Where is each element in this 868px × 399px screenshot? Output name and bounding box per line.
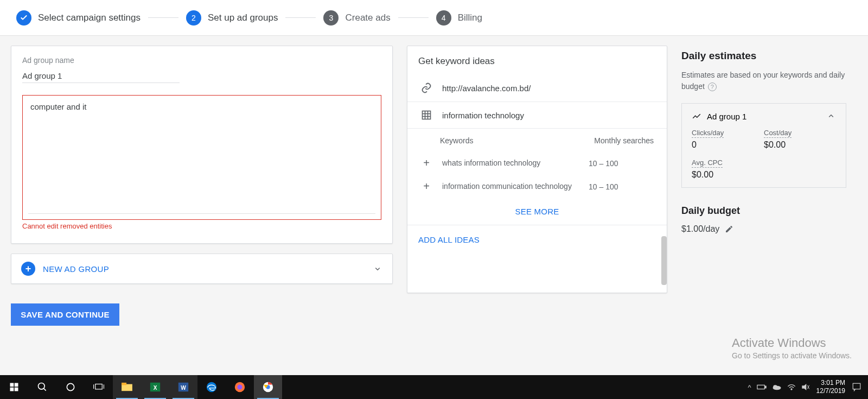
- link-icon: [420, 82, 432, 94]
- add-all-ideas-button[interactable]: ADD ALL IDEAS: [407, 225, 667, 254]
- svg-text:X: X: [154, 385, 157, 391]
- keywords-textarea[interactable]: computer and it: [22, 95, 381, 220]
- svg-point-23: [237, 384, 242, 389]
- system-tray[interactable]: ^: [748, 383, 810, 391]
- keyword-searches: 10 – 100: [589, 182, 654, 191]
- start-button[interactable]: [0, 375, 28, 399]
- step-billing[interactable]: 4 Billing: [436, 10, 482, 26]
- step-setup-ad-groups[interactable]: 2 Set up ad groups: [186, 10, 278, 26]
- right-column: Daily estimates Estimates are based on y…: [681, 46, 855, 367]
- search-button[interactable]: [28, 375, 56, 399]
- scrollbar[interactable]: [661, 236, 667, 285]
- daily-estimates-title: Daily estimates: [681, 50, 846, 62]
- add-keyword-button[interactable]: +: [420, 157, 432, 169]
- step-label: Select campaign settings: [38, 12, 141, 23]
- help-icon[interactable]: ?: [708, 83, 717, 91]
- step-number-icon: 3: [323, 10, 339, 26]
- volume-icon[interactable]: [801, 383, 810, 391]
- keyword-row: + whats information technology 10 – 100: [407, 151, 667, 175]
- svg-marker-31: [802, 384, 806, 390]
- svg-rect-15: [122, 384, 132, 391]
- chevron-down-icon: [373, 264, 382, 274]
- plus-icon: +: [21, 262, 35, 276]
- idea-category-row[interactable]: information technology: [407, 102, 667, 129]
- activate-windows-watermark: Activate Windows Go to Settings to activ…: [732, 336, 852, 360]
- daily-budget-value: $1.00/day: [681, 224, 719, 234]
- idea-category-text: information technology: [442, 111, 524, 120]
- keywords-col-header: Keywords: [440, 136, 594, 145]
- svg-rect-12: [95, 384, 103, 389]
- wifi-icon[interactable]: [787, 383, 796, 391]
- svg-rect-0: [423, 111, 431, 119]
- see-more-button[interactable]: SEE MORE: [407, 198, 667, 225]
- step-label: Set up ad groups: [208, 12, 278, 23]
- step-label: Create ads: [345, 12, 390, 23]
- keyword-ideas-card: Get keyword ideas http://avalanche.com.b…: [407, 46, 667, 293]
- svg-rect-27: [765, 386, 766, 388]
- stepper: Select campaign settings 2 Set up ad gro…: [0, 0, 868, 36]
- excel-icon[interactable]: X: [141, 375, 169, 399]
- cortana-button[interactable]: [56, 375, 85, 399]
- svg-rect-26: [757, 385, 765, 389]
- svg-point-11: [67, 383, 74, 390]
- add-keyword-button[interactable]: +: [420, 180, 432, 193]
- onedrive-icon[interactable]: [772, 384, 782, 390]
- svg-rect-7: [10, 388, 14, 391]
- idea-url-row[interactable]: http://avalanche.com.bd/: [407, 74, 667, 102]
- new-ad-group-button[interactable]: + NEW AD GROUP: [11, 254, 393, 284]
- clicks-label: Clicks/day: [692, 129, 724, 138]
- action-center-icon[interactable]: [852, 382, 861, 392]
- keyword-name: whats information technology: [442, 158, 579, 168]
- clicks-value: 0: [692, 140, 764, 150]
- new-ad-group-label: NEW AD GROUP: [43, 264, 109, 274]
- keyword-name: information communication technology: [442, 181, 579, 192]
- svg-rect-16: [122, 383, 126, 385]
- svg-point-29: [773, 385, 777, 388]
- svg-rect-8: [15, 388, 18, 391]
- keyword-ideas-title: Get keyword ideas: [407, 46, 667, 74]
- idea-url-text: http://avalanche.com.bd/: [442, 84, 531, 93]
- step-label: Billing: [458, 12, 482, 23]
- save-and-continue-button[interactable]: SAVE AND CONTINUE: [11, 303, 119, 326]
- edge-icon[interactable]: [197, 375, 226, 399]
- cpc-label: Avg. CPC: [692, 159, 723, 168]
- daily-budget-row: $1.00/day: [681, 224, 846, 234]
- svg-rect-5: [10, 383, 14, 387]
- battery-icon[interactable]: [757, 384, 767, 390]
- svg-point-30: [791, 389, 792, 390]
- step-number-icon: 2: [186, 10, 201, 26]
- taskbar-clock[interactable]: 3:01 PM 12/7/2019: [816, 379, 845, 395]
- daily-estimates-sub: Estimates are based on your keywords and…: [681, 69, 846, 92]
- keyword-searches: 10 – 100: [589, 159, 654, 168]
- svg-line-10: [44, 389, 46, 391]
- keywords-content: computer and it: [30, 102, 86, 111]
- svg-rect-34: [853, 383, 860, 389]
- estimates-group-name: Ad group 1: [707, 112, 746, 121]
- chevron-up-icon: [826, 111, 836, 121]
- left-column: Ad group name computer and it Cannot edi…: [11, 46, 393, 367]
- word-icon[interactable]: W: [169, 375, 197, 399]
- keywords-error: Cannot edit removed entities: [22, 222, 381, 230]
- tray-chevron-icon[interactable]: ^: [748, 383, 751, 391]
- firefox-icon[interactable]: [226, 375, 254, 399]
- pencil-icon[interactable]: [725, 225, 733, 233]
- step-divider: [398, 17, 429, 18]
- keyword-ideas-column: Get keyword ideas http://avalanche.com.b…: [407, 46, 667, 367]
- grid-icon: [420, 110, 432, 121]
- check-icon: [16, 10, 31, 26]
- estimates-card-header[interactable]: Ad group 1: [692, 111, 836, 121]
- step-number-icon: 4: [436, 10, 451, 26]
- cost-value: $0.00: [764, 140, 836, 150]
- main-content: Ad group name computer and it Cannot edi…: [0, 36, 868, 367]
- chrome-icon[interactable]: [254, 375, 282, 399]
- file-explorer-icon[interactable]: [113, 375, 141, 399]
- keyword-table-head: Keywords Monthly searches: [407, 129, 667, 151]
- estimates-card: Ad group 1 Clicks/day 0 Cost/day $0.00 A…: [681, 103, 846, 188]
- cost-label: Cost/day: [764, 129, 792, 138]
- ad-group-name-input[interactable]: [22, 69, 180, 83]
- step-select-campaign[interactable]: Select campaign settings: [16, 10, 141, 26]
- task-view-button[interactable]: [85, 375, 113, 399]
- keyword-row: + information communication technology 1…: [407, 175, 667, 198]
- step-divider: [148, 17, 178, 18]
- step-create-ads[interactable]: 3 Create ads: [323, 10, 390, 26]
